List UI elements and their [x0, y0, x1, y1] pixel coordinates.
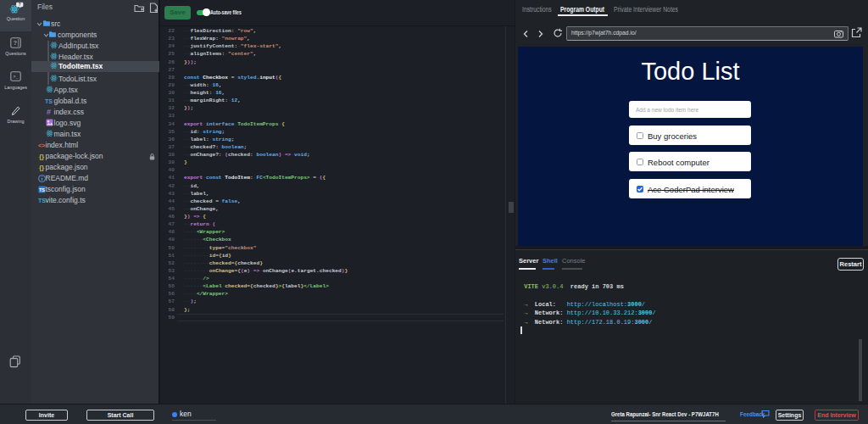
svg-text:?: ?: [19, 3, 21, 7]
svg-text:>_: >_: [13, 75, 19, 80]
svg-text:?: ?: [14, 40, 17, 46]
svg-text:TS: TS: [39, 187, 45, 192]
